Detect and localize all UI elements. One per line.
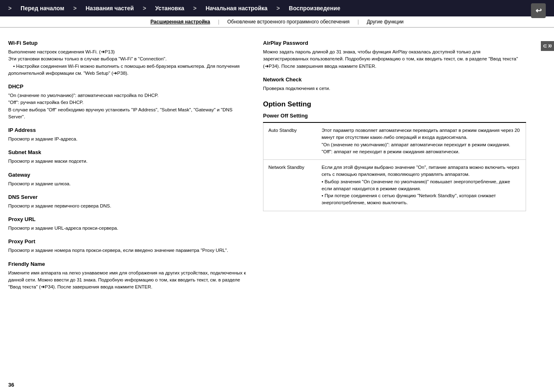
- ip-address-title: IP Address: [8, 127, 247, 133]
- network-standby-label: Network Standby: [263, 160, 317, 211]
- top-navigation: > Перед началом > Названия частей > Уста…: [0, 0, 554, 16]
- wifi-setup-title: Wi-Fi Setup: [8, 40, 247, 46]
- proxy-url-title: Proxy URL: [8, 216, 247, 222]
- table-row-auto-standby: Auto Standby Этот параметр позволяет авт…: [263, 122, 526, 160]
- option-setting-title: Option Setting: [263, 100, 526, 108]
- subnet-mask-title: Subnet Mask: [8, 149, 247, 155]
- secondary-sep-2: |: [354, 19, 362, 25]
- subnet-mask-body: Просмотр и задание маски подсети.: [8, 158, 247, 165]
- nav-item-playback[interactable]: Воспроизведение: [282, 5, 348, 12]
- proxy-port-body: Просмотр и задание номера порта прокси-с…: [8, 247, 247, 254]
- proxy-port-title: Proxy Port: [8, 238, 247, 244]
- network-standby-description: Если для этой функции выбрано значение "…: [317, 160, 526, 211]
- wifi-setup-body: Выполнение настроек соединения Wi-Fi. (➜…: [8, 48, 247, 77]
- table-row-network-standby: Network Standby Если для этой функции вы…: [263, 160, 526, 211]
- airplay-password-body: Можно задать пароль длиной до 31 знака, …: [263, 48, 526, 70]
- auto-standby-description: Этот параметр позволяет автоматически пе…: [317, 122, 526, 160]
- secondary-navigation: Расширенная настройка | Обновление встро…: [0, 16, 554, 28]
- dns-server-body: Просмотр и задание первичного сервера DN…: [8, 203, 247, 210]
- friendly-name-body: Измените имя аппарата на легко узнаваемо…: [8, 270, 247, 291]
- nav-item-part-names[interactable]: Названия частей: [78, 5, 141, 12]
- nav-separator-1: >: [72, 5, 78, 12]
- nav-item-initial-setup[interactable]: Начальная настройка: [198, 5, 275, 12]
- left-column: Wi-Fi Setup Выполнение настроек соединен…: [8, 40, 247, 294]
- secondary-nav-other[interactable]: Другие функции: [363, 19, 407, 25]
- secondary-nav-firmware[interactable]: Обновление встроенного программного обес…: [224, 19, 353, 25]
- power-off-table: Auto Standby Этот параметр позволяет авт…: [263, 122, 526, 211]
- friendly-name-title: Friendly Name: [8, 261, 247, 267]
- secondary-sep-1: |: [215, 19, 223, 25]
- airplay-password-title: AirPlay Password: [263, 40, 526, 46]
- ip-address-body: Просмотр и задание IP-адреса.: [8, 136, 247, 143]
- main-content: Wi-Fi Setup Выполнение настроек соединен…: [0, 28, 554, 302]
- language-tab[interactable]: RU: [541, 41, 554, 51]
- dns-server-title: DNS Server: [8, 194, 247, 200]
- network-check-title: Network Check: [263, 76, 526, 83]
- back-button[interactable]: ↩: [531, 3, 546, 18]
- proxy-url-body: Просмотр и задание URL-адреса прокси-сер…: [8, 225, 247, 232]
- auto-standby-label: Auto Standby: [263, 122, 317, 160]
- page-number: 36: [8, 382, 14, 388]
- nav-separator-2: >: [141, 5, 148, 12]
- right-column: AirPlay Password Можно задать пароль дли…: [263, 40, 526, 294]
- dhcp-body: "On (значение по умолчанию)": автоматиче…: [8, 92, 247, 120]
- nav-separator-4: >: [275, 5, 282, 12]
- nav-separator-0: >: [8, 5, 13, 12]
- gateway-title: Gateway: [8, 172, 247, 178]
- network-check-body: Проверка подключения к сети.: [263, 85, 526, 92]
- nav-separator-3: >: [192, 5, 198, 12]
- dhcp-title: DHCP: [8, 83, 247, 90]
- power-off-setting-title: Power Off Setting: [263, 113, 526, 119]
- nav-item-before-start[interactable]: Перед началом: [13, 5, 72, 12]
- gateway-body: Просмотр и задание шлюза.: [8, 180, 247, 187]
- nav-item-setup[interactable]: Установка: [148, 5, 192, 12]
- secondary-nav-advanced[interactable]: Расширенная настройка: [147, 19, 213, 25]
